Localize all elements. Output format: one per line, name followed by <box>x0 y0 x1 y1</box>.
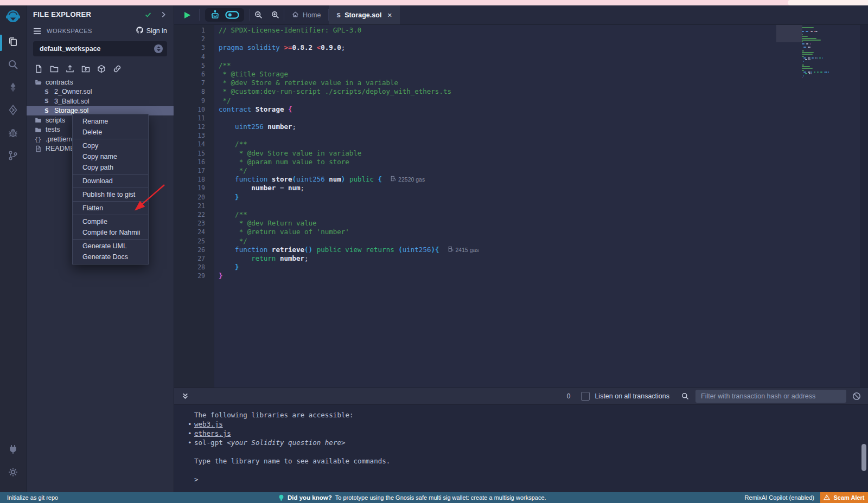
copilot-status-label: RemixAI Copilot (enabled) <box>745 494 814 501</box>
check-icon[interactable] <box>144 11 152 18</box>
line-number: 1 <box>174 26 214 35</box>
context-menu-item-flatten[interactable]: Flatten <box>73 203 148 214</box>
copilot-status[interactable]: RemixAI Copilot (enabled) <box>745 492 814 503</box>
tree-item-3-ballot-sol[interactable]: S3_Ballot.sol <box>27 96 174 106</box>
minimap-line <box>802 41 851 42</box>
code-line: 8 * @custom:dev-run-script ./scripts/dep… <box>174 87 781 96</box>
code-text: * @dev Return value <box>214 219 317 228</box>
sidebar-item-settings[interactable] <box>0 462 26 485</box>
minimap-line <box>802 43 851 44</box>
fuel-icon <box>391 175 396 184</box>
scam-alert-button[interactable]: Scam Alert <box>820 492 868 503</box>
clear-console-icon[interactable] <box>852 392 861 401</box>
sidebar-item-search[interactable] <box>0 54 26 77</box>
context-menu-item-generate-uml[interactable]: Generate UML <box>73 241 148 252</box>
minimap-slider[interactable] <box>776 25 802 42</box>
minimap[interactable] <box>802 27 851 79</box>
upload-file-icon <box>66 65 74 73</box>
line-number: 4 <box>174 53 214 61</box>
terminal-scrollbar-thumb[interactable] <box>861 444 866 471</box>
upload-folder-button[interactable] <box>81 65 90 73</box>
code-text: * @param num value to store <box>214 158 349 166</box>
editor-scrollbar-track[interactable] <box>860 25 868 388</box>
sign-in-button[interactable]: Sign in <box>136 26 167 36</box>
code-line: 7 * @dev Store & retrieve value in a var… <box>174 79 781 87</box>
sidebar-item-git[interactable] <box>0 145 26 168</box>
new-file-icon <box>34 65 43 73</box>
close-tab-icon[interactable]: × <box>387 11 392 20</box>
sidebar-item-plugin-manager[interactable] <box>0 439 26 462</box>
import-from-url-button[interactable] <box>113 65 122 73</box>
menu-divider <box>73 215 148 215</box>
context-menu-item-generate-docs[interactable]: Generate Docs <box>73 252 148 262</box>
context-menu-item-compile[interactable]: Compile <box>73 216 148 227</box>
context-menu-item-download[interactable]: Download <box>73 176 148 186</box>
gas-estimate-badge: 22520 gas <box>391 175 425 184</box>
line-number: 5 <box>174 61 214 70</box>
context-menu-item-compile-for-nahmii[interactable]: Compile for Nahmii <box>73 227 148 238</box>
warning-icon <box>824 494 830 501</box>
code-line: 14 /** <box>174 140 781 149</box>
code-text: function retrieve() public view returns … <box>214 246 479 254</box>
code-editor[interactable]: 1// SPDX-License-Identifier: GPL-3.023pr… <box>174 25 868 388</box>
tab-storage-sol[interactable]: SStorage.sol× <box>329 5 399 24</box>
activity-bar-bottom <box>0 439 26 485</box>
listen-checkbox[interactable] <box>581 392 590 401</box>
line-number: 11 <box>174 114 214 122</box>
toolbar-divider <box>250 9 250 21</box>
upload-file-button[interactable] <box>66 65 74 73</box>
context-menu-item-copy-name[interactable]: Copy name <box>73 151 148 162</box>
sidebar-item-remix-logo[interactable] <box>0 5 26 31</box>
remix-ai-icon[interactable] <box>210 10 220 20</box>
menu-divider <box>73 188 148 188</box>
bullet-glyph: • <box>188 420 192 429</box>
code-lines: 1// SPDX-License-Identifier: GPL-3.023pr… <box>174 26 781 280</box>
copilot-toggle[interactable] <box>225 11 239 19</box>
tab-label: Home <box>303 11 321 19</box>
terminal-link[interactable]: web3.js <box>194 420 223 428</box>
tree-item-2-owner-sol[interactable]: S2_Owner.sol <box>27 87 174 97</box>
code-text <box>214 53 219 61</box>
tip-label: Did you know? <box>288 494 332 501</box>
tab-home[interactable]: Home <box>284 5 328 24</box>
link-icon <box>113 65 122 73</box>
sidebar-item-deploy-and-run[interactable] <box>0 100 26 122</box>
context-menu-item-delete[interactable]: Delete <box>73 127 148 138</box>
workspace-select[interactable]: default_workspace <box>33 41 167 56</box>
create-folder-button[interactable] <box>50 65 59 73</box>
code-line: 9 */ <box>174 96 781 105</box>
terminal-expand-icon[interactable] <box>182 392 189 400</box>
tree-item-label: contracts <box>46 79 73 86</box>
create-file-button[interactable] <box>34 65 43 73</box>
import-from-ipfs-button[interactable] <box>97 65 106 73</box>
context-menu-item-copy-path[interactable]: Copy path <box>73 162 148 173</box>
hamburger-icon[interactable] <box>33 28 41 35</box>
terminal-link[interactable]: ethers.js <box>194 429 231 437</box>
line-number: 28 <box>174 263 214 272</box>
cube-icon <box>97 65 106 73</box>
code-text: } <box>214 193 239 202</box>
run-script-button[interactable] <box>183 5 192 24</box>
minimap-line <box>802 27 851 28</box>
sidebar-item-file-explorer[interactable] <box>0 31 26 54</box>
git-init-button[interactable]: Initialize as git repo <box>7 492 58 503</box>
context-menu-item-rename[interactable]: Rename <box>73 116 148 127</box>
terminal-output[interactable]: The following libraries are accessible:•… <box>174 405 868 492</box>
search-icon[interactable] <box>681 392 689 400</box>
line-number: 7 <box>174 79 214 87</box>
tree-item-contracts[interactable]: contracts <box>27 78 174 87</box>
zoom-in-icon[interactable] <box>271 5 279 24</box>
sidebar-item-debugger[interactable] <box>0 122 26 145</box>
minimap-line <box>802 29 851 30</box>
zoom-out-icon[interactable] <box>254 5 263 24</box>
context-menu-item-publish-file-to-gist[interactable]: Publish file to gist <box>73 189 148 200</box>
folder-icon <box>34 126 42 133</box>
transaction-filter-input[interactable] <box>695 390 846 403</box>
line-number: 20 <box>174 193 214 202</box>
code-text: /** <box>214 61 231 70</box>
code-text: * @title Storage <box>214 70 288 79</box>
chevron-right-icon[interactable] <box>159 11 167 18</box>
sidebar-item-solidity-compiler[interactable] <box>0 77 26 100</box>
context-menu-item-copy[interactable]: Copy <box>73 140 148 151</box>
line-number: 19 <box>174 184 214 192</box>
